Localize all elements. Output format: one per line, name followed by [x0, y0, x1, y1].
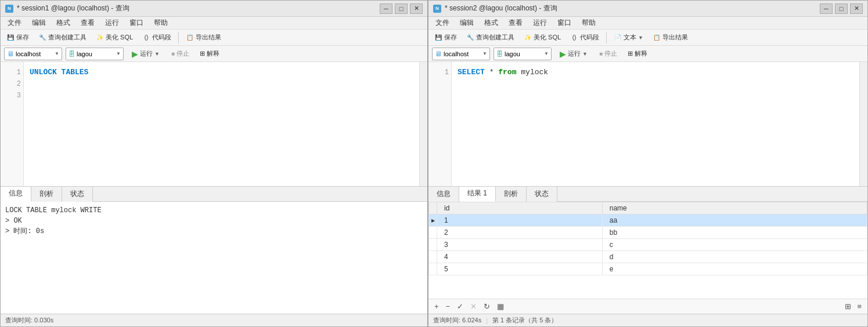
- stop-icon: ■: [171, 50, 175, 57]
- table-remove-button[interactable]: −: [444, 301, 453, 312]
- session2-run-button[interactable]: ▶ 运行 ▼: [555, 48, 592, 60]
- run-icon-2: ▶: [560, 49, 566, 59]
- session2-maximize-button[interactable]: □: [835, 3, 848, 14]
- session2-editor[interactable]: 1 SELECT * from mylock: [428, 62, 859, 186]
- cell-id: 2: [437, 227, 603, 239]
- session2-snippet-button[interactable]: () 代码段: [567, 32, 603, 43]
- session2-text-button[interactable]: 📄 文本 ▼: [610, 32, 647, 43]
- session2-close-button[interactable]: ✕: [850, 3, 863, 14]
- session2-beautify-button[interactable]: ✨ 美化 SQL: [520, 32, 564, 43]
- cell-name: bb: [602, 227, 867, 239]
- session1-window: N * session1 @lagou (localhost) - 查询 ─ □…: [0, 0, 428, 327]
- session1-menu-view[interactable]: 查看: [76, 17, 99, 29]
- session1-menu-file[interactable]: 文件: [3, 17, 26, 29]
- session1-db-select[interactable]: 🗄 lagou ▼: [66, 48, 124, 60]
- row-marker-header: [429, 202, 437, 215]
- session2-sql-editor[interactable]: SELECT * from mylock: [452, 62, 859, 186]
- table-cancel-button[interactable]: ✕: [468, 301, 479, 312]
- db-icon: 🗄: [69, 50, 75, 57]
- session1-host-select[interactable]: 🖥 localhost ▼: [4, 48, 62, 60]
- cell-name: c: [602, 239, 867, 251]
- table-row[interactable]: 3c: [429, 239, 867, 251]
- cell-id: 1: [437, 215, 603, 227]
- session1-editor[interactable]: 1 2 3 UNLOCK TABLES: [1, 62, 419, 186]
- session1-menu-window[interactable]: 窗口: [125, 17, 148, 29]
- run-dropdown-arrow-2: ▼: [582, 51, 588, 57]
- table-more-button[interactable]: ▦: [495, 301, 506, 312]
- session2-tab-info[interactable]: 信息: [428, 187, 459, 202]
- session2-scrollbar[interactable]: [859, 62, 867, 186]
- session2-db-select[interactable]: 🗄 lagou ▼: [494, 48, 552, 60]
- session1-run-button[interactable]: ▶ 运行 ▼: [127, 48, 164, 60]
- session2-bottom-panel: 信息 结果 1 剖析 状态 id name ▶1aa2bb3c4d5e + −: [428, 186, 867, 314]
- session1-info-content: LOCK TABLE mylock WRITE > OK > 时间: 0s: [1, 202, 427, 314]
- session1-tab-profile[interactable]: 剖析: [31, 187, 62, 202]
- export-icon: 📋: [186, 34, 194, 42]
- export-icon-2: 📋: [653, 34, 661, 42]
- session1-tabs: 信息 剖析 状态: [1, 187, 427, 202]
- table-confirm-button[interactable]: ✓: [455, 301, 466, 312]
- session1-snippet-button[interactable]: () 代码段: [139, 32, 175, 43]
- session1-save-button[interactable]: 💾 保存: [3, 32, 33, 43]
- session1-explain-button[interactable]: ⊞ 解释: [196, 48, 223, 59]
- session2-query-time: 查询时间: 6.024s: [433, 316, 481, 325]
- db-dropdown-arrow: ▼: [116, 51, 121, 56]
- table-row[interactable]: 5e: [429, 263, 867, 275]
- table-grid-view-button[interactable]: ⊞: [842, 301, 853, 312]
- session1-title: * session1 @lagou (localhost) - 查询: [17, 3, 129, 13]
- session2-menu-help[interactable]: 帮助: [577, 17, 600, 29]
- session2-menu-window[interactable]: 窗口: [553, 17, 576, 29]
- session1-beautify-button[interactable]: ✨ 美化 SQL: [92, 32, 136, 43]
- session2-title-left: N * session2 @lagou (localhost) - 查询: [433, 3, 557, 13]
- session2-tab-result[interactable]: 结果 1: [459, 187, 496, 202]
- session1-close-button[interactable]: ✕: [410, 3, 423, 14]
- session2-menu-view[interactable]: 查看: [504, 17, 527, 29]
- session2-stop-button[interactable]: ■ 停止: [596, 48, 621, 59]
- session1-tab-info[interactable]: 信息: [1, 187, 31, 202]
- table-row[interactable]: 2bb: [429, 227, 867, 239]
- session1-info-line3: > 时间: 0s: [5, 226, 423, 237]
- host-dropdown-arrow-2: ▼: [482, 51, 487, 56]
- db-icon-2: 🗄: [496, 50, 503, 57]
- session1-querybuilder-button[interactable]: 🔧 查询创建工具: [35, 32, 90, 43]
- host-dropdown-arrow: ▼: [55, 51, 59, 56]
- session1-menu-run[interactable]: 运行: [100, 17, 124, 29]
- session1-maximize-button[interactable]: □: [395, 3, 408, 14]
- table-add-button[interactable]: +: [432, 301, 441, 312]
- session1-menu-format[interactable]: 格式: [52, 17, 75, 29]
- session2-menu-edit[interactable]: 编辑: [455, 17, 478, 29]
- session1-menu-help[interactable]: 帮助: [149, 17, 172, 29]
- session1-menu-edit[interactable]: 编辑: [27, 17, 51, 29]
- session2-tab-status[interactable]: 状态: [527, 187, 557, 202]
- table-refresh-button[interactable]: ↻: [481, 301, 492, 312]
- session2-host-select[interactable]: 🖥 localhost ▼: [432, 48, 490, 60]
- session2-querybuilder-button[interactable]: 🔧 查询创建工具: [463, 32, 518, 43]
- session2-save-button[interactable]: 💾 保存: [431, 32, 460, 43]
- save-icon-2: 💾: [434, 34, 442, 42]
- session2-menu-format[interactable]: 格式: [480, 17, 503, 29]
- session2-minimize-button[interactable]: ─: [820, 3, 833, 14]
- session2-result-container[interactable]: id name ▶1aa2bb3c4d5e: [428, 202, 867, 299]
- table-list-view-button[interactable]: ≡: [855, 301, 864, 312]
- session2-menu-file[interactable]: 文件: [431, 17, 454, 29]
- session2-tab-profile[interactable]: 剖析: [496, 187, 527, 202]
- table-row[interactable]: 4d: [429, 251, 867, 263]
- session1-minimize-button[interactable]: ─: [380, 3, 392, 14]
- table-row[interactable]: ▶1aa: [429, 215, 867, 227]
- session1-info-line1: LOCK TABLE mylock WRITE: [5, 205, 423, 216]
- session1-sql-editor[interactable]: UNLOCK TABLES: [24, 62, 419, 186]
- session2-export-button[interactable]: 📋 导出结果: [649, 32, 691, 43]
- session1-tab-status[interactable]: 状态: [62, 187, 93, 202]
- session2-menu-run[interactable]: 运行: [528, 17, 552, 29]
- explain-icon: ⊞: [200, 50, 205, 57]
- cell-id: 4: [437, 251, 603, 263]
- session1-stop-button[interactable]: ■ 停止: [168, 48, 193, 59]
- session1-export-button[interactable]: 📋 导出结果: [182, 32, 225, 43]
- session1-editor-wrapper: 1 2 3 UNLOCK TABLES: [1, 62, 427, 186]
- session1-line-numbers: 1 2 3: [1, 62, 24, 186]
- toolbar-separator-2: [606, 32, 607, 43]
- session2-explain-button[interactable]: ⊞ 解释: [624, 48, 651, 59]
- table-header-row: id name: [429, 202, 867, 215]
- session1-scrollbar[interactable]: [419, 62, 427, 186]
- session1-query-time: 查询时间: 0.030s: [5, 316, 53, 325]
